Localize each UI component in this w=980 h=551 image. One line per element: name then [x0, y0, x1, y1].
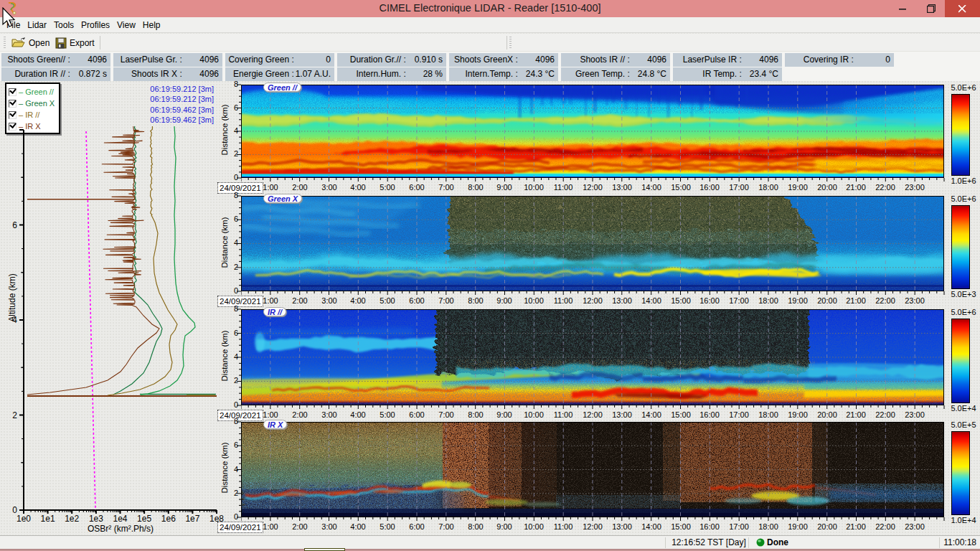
- svg-text:1e4: 1e4: [113, 514, 127, 524]
- svg-text:4: 4: [12, 315, 17, 325]
- svg-text:1e1: 1e1: [41, 514, 55, 524]
- svg-text:2: 2: [12, 410, 17, 420]
- svg-text:1e5: 1e5: [137, 514, 151, 524]
- svg-text:1e6: 1e6: [161, 514, 176, 524]
- svg-text:1e7: 1e7: [185, 514, 199, 524]
- svg-text:1e3: 1e3: [89, 514, 103, 524]
- svg-text:1e8: 1e8: [209, 514, 224, 524]
- svg-text:1e0: 1e0: [17, 514, 31, 524]
- svg-text:OSBr² (km².Ph/s): OSBr² (km².Ph/s): [88, 524, 154, 534]
- svg-text:6: 6: [12, 220, 17, 230]
- svg-text:1e2: 1e2: [65, 514, 79, 524]
